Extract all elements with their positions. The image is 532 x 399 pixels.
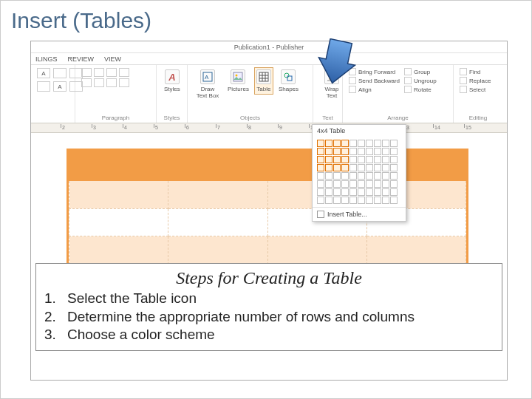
select-button[interactable]: Select [460, 86, 491, 93]
grid-cell[interactable] [341, 156, 349, 163]
grid-cell[interactable] [358, 172, 365, 180]
grid-cell[interactable] [349, 164, 357, 171]
grid-cell[interactable] [374, 180, 381, 188]
font-btn[interactable] [53, 68, 66, 78]
grid-cell[interactable] [325, 172, 332, 180]
grid-cell[interactable] [358, 197, 365, 204]
grid-cell[interactable] [341, 172, 349, 180]
tab-review[interactable]: REVIEW [68, 55, 95, 63]
grid-cell[interactable] [382, 180, 389, 188]
grid-cell[interactable] [325, 197, 332, 204]
grid-cell[interactable] [333, 164, 341, 171]
grid-cell[interactable] [390, 172, 398, 180]
group-button[interactable]: Group [404, 68, 437, 75]
grid-cell[interactable] [325, 180, 332, 188]
align-btn[interactable] [81, 68, 92, 77]
grid-cell[interactable] [366, 172, 373, 180]
grid-cell[interactable] [390, 164, 398, 171]
grid-cell[interactable] [341, 188, 349, 196]
grid-cell[interactable] [374, 172, 381, 180]
grid-cell[interactable] [317, 148, 324, 155]
grid-cell[interactable] [358, 188, 365, 196]
grid-cell[interactable] [374, 197, 381, 204]
font-btn[interactable]: A [37, 68, 50, 78]
font-btn[interactable]: A [53, 81, 66, 92]
grid-cell[interactable] [382, 156, 389, 163]
grid-cell[interactable] [333, 156, 341, 163]
grid-cell[interactable] [317, 140, 324, 147]
table-button[interactable]: Table [255, 68, 273, 94]
styles-button[interactable]: A Styles [163, 68, 182, 94]
grid-cell[interactable] [366, 156, 373, 163]
grid-cell[interactable] [325, 188, 332, 196]
grid-cell[interactable] [325, 148, 332, 155]
grid-cell[interactable] [390, 188, 398, 196]
grid-cell[interactable] [366, 140, 373, 147]
grid-cell[interactable] [358, 140, 365, 147]
grid-cell[interactable] [382, 197, 389, 204]
grid-cell[interactable] [333, 148, 341, 155]
grid-cell[interactable] [366, 180, 373, 188]
align-btn[interactable] [94, 78, 104, 87]
grid-cell[interactable] [349, 197, 357, 204]
align-btn[interactable] [119, 78, 129, 87]
grid-cell[interactable] [333, 140, 341, 147]
grid-cell[interactable] [382, 164, 389, 171]
ungroup-button[interactable]: Ungroup [404, 77, 437, 84]
grid-cell[interactable] [325, 156, 332, 163]
grid-cell[interactable] [382, 188, 389, 196]
grid-cell[interactable] [390, 140, 398, 147]
grid-cell[interactable] [341, 180, 349, 188]
font-btn[interactable] [37, 81, 50, 92]
grid-cell[interactable] [374, 188, 381, 196]
align-button[interactable]: Align [349, 86, 400, 93]
grid-cell[interactable] [333, 172, 341, 180]
grid-cell[interactable] [317, 197, 324, 204]
grid-cell[interactable] [349, 140, 357, 147]
shapes-button[interactable]: Shapes [277, 68, 300, 94]
grid-cell[interactable] [317, 156, 324, 163]
pictures-button[interactable]: Pictures [226, 68, 250, 94]
grid-cell[interactable] [349, 180, 357, 188]
grid-cell[interactable] [317, 180, 324, 188]
grid-cell[interactable] [390, 197, 398, 204]
grid-cell[interactable] [341, 148, 349, 155]
grid-cell[interactable] [349, 172, 357, 180]
grid-cell[interactable] [358, 164, 365, 171]
grid-cell[interactable] [349, 156, 357, 163]
grid-cell[interactable] [333, 197, 341, 204]
replace-button[interactable]: Replace [460, 77, 491, 84]
grid-cell[interactable] [374, 148, 381, 155]
grid-cell[interactable] [382, 140, 389, 147]
insert-table-menuitem[interactable]: Insert Table... [313, 207, 406, 221]
rotate-button[interactable]: Rotate [404, 86, 437, 93]
grid-cell[interactable] [374, 156, 381, 163]
grid-cell[interactable] [374, 140, 381, 147]
grid-cell[interactable] [390, 156, 398, 163]
grid-cell[interactable] [358, 156, 365, 163]
align-btn[interactable] [81, 78, 92, 87]
grid-cell[interactable] [341, 197, 349, 204]
grid-cell[interactable] [325, 164, 332, 171]
align-btn[interactable] [94, 68, 104, 77]
grid-cell[interactable] [358, 148, 365, 155]
grid-cell[interactable] [390, 180, 398, 188]
find-button[interactable]: Find [460, 68, 491, 75]
grid-cell[interactable] [333, 188, 341, 196]
grid-cell[interactable] [382, 172, 389, 180]
align-btn[interactable] [106, 68, 117, 77]
draw-text-box-button[interactable]: A Draw Text Box [194, 68, 222, 100]
grid-cell[interactable] [317, 164, 324, 171]
grid-cell[interactable] [317, 188, 324, 196]
tab-view[interactable]: VIEW [104, 55, 121, 63]
align-btn[interactable] [106, 78, 117, 87]
grid-cell[interactable] [366, 164, 373, 171]
grid-cell[interactable] [366, 188, 373, 196]
grid-cell[interactable] [366, 148, 373, 155]
grid-cell[interactable] [366, 197, 373, 204]
send-backward-button[interactable]: Send Backward [349, 77, 400, 84]
tab-mailings[interactable]: ILINGS [35, 55, 58, 63]
align-btn[interactable] [119, 68, 129, 77]
grid-cell[interactable] [333, 180, 341, 188]
grid-cell[interactable] [349, 148, 357, 155]
